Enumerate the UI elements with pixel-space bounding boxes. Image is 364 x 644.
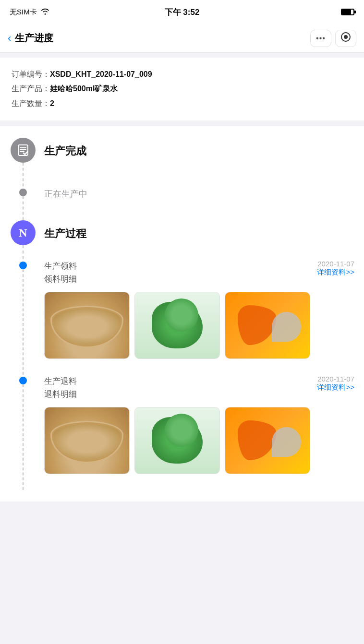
order-info-section: 订单编号：XSDD_KHT_2020-11-07_009 生产产品：娃哈哈500… (0, 58, 364, 120)
pick-material-detail-label: 领料明细 (44, 273, 77, 286)
record-button[interactable] (335, 30, 356, 47)
pick-material-meta: 2020-11-07 详细资料>> (317, 260, 354, 277)
nav-title: 生产进度 (15, 32, 53, 45)
pick-material-row: 生产领料 领料明细 2020-11-07 详细资料>> (10, 260, 354, 375)
more-button[interactable]: ••• (310, 30, 331, 47)
return-grain-image (45, 407, 129, 474)
pick-material-image-3[interactable] (225, 292, 310, 359)
return-material-dot-area (10, 375, 36, 490)
record-icon (340, 32, 351, 45)
in-progress-row: 正在生产中 (10, 187, 354, 225)
pick-material-name: 生产领料 (44, 260, 77, 273)
pick-material-content: 生产领料 领料明细 2020-11-07 详细资料>> (36, 260, 354, 375)
process-icon-area: N (10, 220, 36, 264)
pick-material-image-2[interactable] (134, 292, 220, 359)
process-header-row: N 生产过程 (10, 220, 354, 264)
return-material-dot (19, 377, 27, 384)
grain-image (45, 292, 129, 358)
return-material-image-2[interactable] (134, 407, 220, 474)
return-material-content: 生产退料 退料明细 2020-11-07 详细资料>> (36, 375, 354, 490)
in-progress-dot-area (10, 187, 36, 225)
return-material-detail-link[interactable]: 详细资料>> (317, 383, 354, 392)
return-material-names: 生产退料 退料明细 (44, 375, 77, 401)
process-icon: N (11, 220, 36, 245)
return-material-image-1[interactable] (44, 407, 130, 474)
return-material-name: 生产退料 (44, 375, 77, 388)
back-button[interactable]: ‹ 生产进度 (8, 32, 53, 45)
return-material-meta: 2020-11-07 详细资料>> (317, 375, 354, 392)
return-material-date: 2020-11-07 (317, 375, 354, 383)
pick-material-date: 2020-11-07 (317, 260, 354, 268)
nav-actions: ••• (310, 30, 356, 47)
return-material-header: 生产退料 退料明细 2020-11-07 详细资料>> (44, 375, 354, 401)
process-title: 生产过程 (44, 227, 354, 241)
product-row: 生产产品：娃哈哈500ml矿泉水 (12, 82, 352, 96)
status-carrier: 无SIM卡 (10, 8, 49, 17)
return-material-image-3[interactable] (225, 407, 310, 474)
return-material-images (44, 407, 354, 474)
status-battery (341, 9, 354, 15)
completed-icon (11, 138, 36, 163)
status-time: 下午 3:52 (165, 7, 200, 18)
pick-material-header: 生产领料 领料明细 2020-11-07 详细资料>> (44, 260, 354, 286)
completed-row: 生产完成 (10, 138, 354, 191)
return-material-detail-label: 退料明细 (44, 388, 77, 401)
completed-content: 生产完成 (36, 138, 354, 191)
wifi-icon (41, 8, 49, 16)
return-material-row: 生产退料 退料明细 2020-11-07 详细资料>> (10, 375, 354, 490)
in-progress-content: 正在生产中 (36, 187, 354, 225)
completed-icon-area (10, 138, 36, 191)
back-chevron-icon: ‹ (8, 32, 11, 45)
quantity-row: 生产数量：2 (12, 96, 352, 111)
timeline-section: 生产完成 正在生产中 N 生产过程 (0, 126, 364, 501)
in-progress-dot (19, 189, 27, 196)
pick-material-dot (19, 262, 27, 269)
pick-material-image-1[interactable] (44, 292, 130, 359)
pick-material-detail-link[interactable]: 详细资料>> (317, 268, 354, 277)
pick-material-images (44, 292, 354, 359)
status-bar: 无SIM卡 下午 3:52 (0, 0, 364, 24)
order-number-row: 订单编号：XSDD_KHT_2020-11-07_009 (12, 67, 352, 82)
pick-material-names: 生产领料 领料明细 (44, 260, 77, 286)
completed-title: 生产完成 (44, 144, 354, 158)
pick-material-dot-area (10, 260, 36, 375)
nav-bar: ‹ 生产进度 ••• (0, 24, 364, 53)
process-title-content: 生产过程 (36, 220, 354, 264)
battery-icon (341, 9, 354, 15)
return-spice-image (225, 407, 310, 474)
hops-image (135, 292, 219, 358)
svg-point-1 (344, 35, 348, 39)
return-hops-image (135, 407, 219, 474)
spice-image (225, 292, 310, 358)
in-progress-title: 正在生产中 (44, 189, 354, 200)
